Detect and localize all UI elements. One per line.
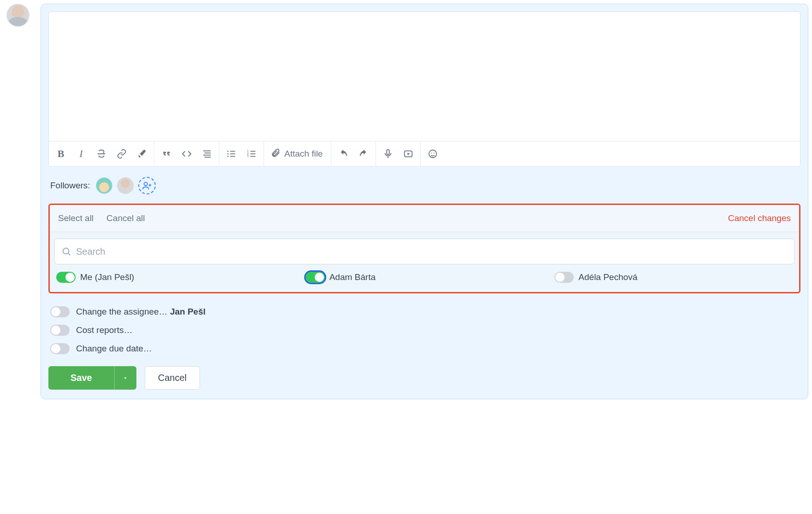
svg-point-5 bbox=[227, 151, 229, 152]
undo-button[interactable] bbox=[333, 144, 353, 164]
svg-marker-20 bbox=[408, 152, 411, 155]
cancel-button[interactable]: Cancel bbox=[145, 366, 200, 390]
select-all-link[interactable]: Select all bbox=[58, 213, 94, 223]
svg-rect-17 bbox=[387, 150, 390, 155]
follower-name: Me (Jan Pešl) bbox=[80, 272, 134, 282]
svg-point-27 bbox=[63, 248, 69, 254]
redo-button[interactable] bbox=[353, 144, 374, 164]
video-button[interactable] bbox=[398, 144, 418, 164]
current-user-avatar bbox=[6, 4, 29, 27]
caret-down-icon bbox=[122, 375, 129, 381]
follower-toggle[interactable] bbox=[56, 272, 76, 283]
person-plus-icon bbox=[142, 181, 152, 191]
cancel-all-link[interactable]: Cancel all bbox=[106, 213, 145, 223]
follower-avatars bbox=[96, 177, 156, 194]
svg-point-6 bbox=[227, 153, 229, 155]
quote-button[interactable] bbox=[156, 144, 177, 164]
bold-button[interactable]: B bbox=[51, 144, 71, 164]
follower-item: Adéla Pechová bbox=[554, 272, 793, 283]
svg-line-28 bbox=[68, 253, 70, 255]
attach-file-label: Attach file bbox=[284, 149, 323, 159]
editor-shell: B I bbox=[48, 12, 800, 167]
svg-point-23 bbox=[434, 152, 435, 153]
follower-search[interactable] bbox=[54, 239, 794, 264]
option-toggle[interactable] bbox=[50, 325, 70, 336]
microphone-button[interactable] bbox=[378, 144, 398, 164]
option-row: Change due date… bbox=[50, 343, 799, 354]
svg-text:3: 3 bbox=[247, 154, 249, 158]
svg-point-24 bbox=[144, 182, 147, 186]
strikethrough-button[interactable] bbox=[91, 144, 112, 164]
follower-avatar[interactable] bbox=[96, 177, 112, 194]
italic-button[interactable]: I bbox=[71, 144, 91, 164]
option-label: Change the assignee… Jan Pešl bbox=[76, 307, 206, 317]
highlight-button[interactable] bbox=[132, 144, 152, 164]
follower-item: Adam Bárta bbox=[306, 272, 544, 283]
followers-label: Followers: bbox=[50, 181, 90, 191]
emoji-button[interactable] bbox=[423, 144, 443, 164]
unordered-list-button[interactable] bbox=[221, 144, 241, 164]
follower-toggle[interactable] bbox=[554, 272, 574, 283]
add-follower-button[interactable] bbox=[138, 177, 156, 194]
followers-panel: Select all Cancel all Cancel changes Me … bbox=[48, 204, 800, 293]
follower-name: Adéla Pechová bbox=[578, 272, 637, 282]
code-button[interactable] bbox=[177, 144, 197, 164]
indent-button[interactable] bbox=[197, 144, 217, 164]
option-row: Change the assignee… Jan Pešl bbox=[50, 306, 799, 317]
ordered-list-button[interactable]: 123 bbox=[241, 144, 262, 164]
option-label: Change due date… bbox=[76, 344, 152, 354]
cancel-changes-link[interactable]: Cancel changes bbox=[728, 213, 791, 223]
follower-avatar[interactable] bbox=[117, 177, 134, 194]
option-row: Cost reports… bbox=[50, 325, 799, 336]
option-toggle[interactable] bbox=[50, 306, 70, 317]
editor-toolbar: B I bbox=[49, 141, 800, 166]
follower-item: Me (Jan Pešl) bbox=[56, 272, 294, 283]
follower-toggle[interactable] bbox=[306, 272, 325, 283]
paperclip-icon bbox=[271, 148, 281, 160]
follower-search-input[interactable] bbox=[76, 246, 788, 257]
save-dropdown-button[interactable] bbox=[114, 366, 136, 390]
save-button-group: Save bbox=[48, 366, 136, 390]
comment-card: B I bbox=[41, 4, 808, 399]
link-button[interactable] bbox=[112, 144, 132, 164]
option-toggle[interactable] bbox=[50, 343, 70, 354]
follower-name: Adam Bárta bbox=[330, 272, 376, 282]
editor-textarea[interactable] bbox=[49, 12, 800, 141]
svg-point-7 bbox=[227, 156, 229, 157]
svg-point-22 bbox=[431, 152, 432, 153]
svg-point-21 bbox=[429, 150, 437, 158]
search-icon bbox=[61, 246, 71, 257]
option-label: Cost reports… bbox=[76, 325, 132, 335]
attach-file-button[interactable]: Attach file bbox=[266, 144, 329, 164]
save-button[interactable]: Save bbox=[48, 366, 114, 390]
